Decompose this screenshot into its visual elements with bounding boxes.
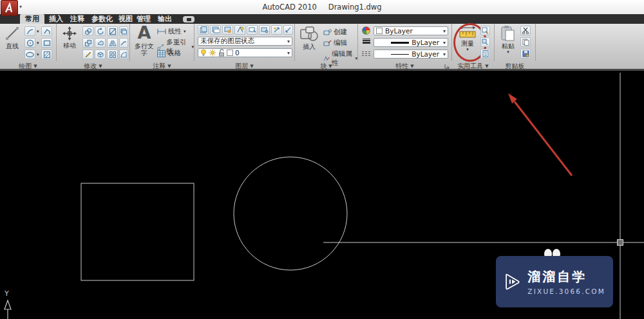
panel-label-annotation[interactable]: 注释▼ <box>130 61 194 71</box>
layer-color-swatch <box>227 50 233 56</box>
quick-select-button[interactable] <box>480 26 490 35</box>
app-name: AutoCAD 2010 <box>262 3 316 12</box>
trim-tool-button[interactable] <box>107 26 118 36</box>
arc-tool-button[interactable] <box>24 26 35 36</box>
layer-unlock-icon <box>285 26 292 33</box>
quickcalc-button[interactable] <box>480 49 490 59</box>
panel-label-properties[interactable]: 特性▼ <box>358 61 451 71</box>
panel-expand-caret-icon: ▼ <box>328 64 332 69</box>
panel-label-utilities[interactable]: 实用工具▼ <box>452 61 494 71</box>
layer-on-bulb-icon[interactable] <box>200 49 207 57</box>
panel-label-clipboard[interactable]: 剪贴板 <box>495 61 535 71</box>
autocad-a-icon <box>4 3 15 14</box>
measure-flyout-caret-icon: ▾ <box>466 47 469 52</box>
explode-tool-button[interactable] <box>95 50 106 59</box>
lineweight-dropdown[interactable]: ByLayer ▾ <box>374 38 448 47</box>
create-block-button[interactable]: 创建 <box>323 28 347 37</box>
layer-prev-button[interactable] <box>222 25 233 35</box>
table-button[interactable]: 表格 <box>157 49 181 58</box>
drawing-canvas[interactable]: Y 溜溜自学 zixue.3066.com <box>0 71 644 319</box>
mirror-tool-button[interactable] <box>107 38 118 48</box>
lineweight-sample <box>391 42 409 44</box>
layer-thaw-sun-icon[interactable] <box>209 49 216 57</box>
cut-button[interactable] <box>520 26 531 35</box>
panel-expand-caret-icon: ▼ <box>33 64 37 69</box>
panel-expand-caret-icon: ▼ <box>410 64 413 69</box>
layer-dropdown[interactable]: 0 ▾ <box>198 48 292 57</box>
panel-label-draw[interactable]: 绘图▼ <box>0 61 56 71</box>
polyline-icon <box>43 28 51 35</box>
layer-properties-button[interactable] <box>198 25 209 35</box>
table-icon <box>157 50 166 57</box>
rectangle-tool-button[interactable] <box>41 38 52 48</box>
rotate-tool-button[interactable] <box>95 26 106 36</box>
move-button[interactable]: 移动 <box>59 26 80 49</box>
erase-tool-button[interactable] <box>119 26 128 36</box>
layer-isolate-button[interactable] <box>234 25 245 35</box>
explode-icon <box>97 51 104 59</box>
minimize-ribbon-button[interactable] <box>183 16 194 23</box>
dropdown-caret-icon: ▾ <box>443 51 446 57</box>
insert-block-button[interactable]: 插入 <box>298 26 320 50</box>
edit-block-icon <box>323 40 332 46</box>
layer-state-dropdown[interactable]: 未保存的图层状态 ▾ <box>198 37 292 46</box>
scissors-icon <box>522 27 529 34</box>
ellipse-flyout-caret-icon[interactable]: ▾ <box>37 52 39 57</box>
layer-lock-button[interactable] <box>271 25 282 35</box>
panel-label-modify[interactable]: 修改▼ <box>57 61 129 71</box>
copy-icon <box>84 28 92 35</box>
paste-button[interactable]: 粘贴 ▾ <box>498 25 518 55</box>
window-title: AutoCAD 2010 Drawing1.dwg <box>0 0 644 14</box>
copy-clip-button[interactable] <box>520 37 531 47</box>
scale-tool-button[interactable] <box>82 38 93 48</box>
layer-off-button[interactable] <box>259 25 270 35</box>
hatch-tool-button[interactable] <box>41 50 52 59</box>
logo-menu-caret-icon[interactable]: ▾ <box>19 4 22 10</box>
lineweight-icon[interactable] <box>363 39 370 44</box>
tab-output[interactable]: 输出 <box>153 14 177 24</box>
array-tool-button[interactable] <box>107 50 118 59</box>
copy-tool-button[interactable] <box>82 26 93 36</box>
ellipse-tool-button[interactable] <box>24 50 35 59</box>
watermark-banner: 溜溜自学 zixue.3066.com <box>496 256 613 307</box>
linetype-icon[interactable] <box>362 51 371 57</box>
stretch-tool-button[interactable] <box>95 38 106 48</box>
ucs-y-arrowhead-icon <box>5 300 11 309</box>
watermark-site: zixue.3066.com <box>527 287 605 295</box>
stretch-icon <box>97 39 104 47</box>
paste-special-button[interactable] <box>520 49 531 59</box>
circle-flyout-caret-icon[interactable]: ▾ <box>37 41 39 46</box>
dialog-launcher-icon[interactable] <box>444 64 450 69</box>
layer-prev-icon <box>224 26 232 33</box>
tab-home[interactable]: 常用 <box>20 14 44 24</box>
copy-pages-icon <box>522 39 529 46</box>
measure-button[interactable]: 测量 ▾ <box>457 25 478 52</box>
linetype-dropdown[interactable]: ByLayer ▾ <box>374 50 448 59</box>
arc-flyout-caret-icon[interactable]: ▾ <box>37 29 39 34</box>
autocad-logo-button[interactable] <box>1 0 18 16</box>
rectangle-icon <box>43 39 51 47</box>
panel-label-block[interactable]: 块▼ <box>295 61 357 71</box>
layer-unlock-padlock-icon[interactable] <box>218 49 225 57</box>
polyline-tool-button[interactable] <box>41 26 52 36</box>
draworder-tool-button[interactable] <box>82 50 93 59</box>
ucs-icon <box>5 300 11 319</box>
layer-freeze-button[interactable] <box>247 25 258 35</box>
circle-tool-button[interactable] <box>24 38 35 48</box>
edit-block-button[interactable]: 编辑 <box>323 39 347 48</box>
select-all-button[interactable] <box>480 37 490 47</box>
linear-dimension-button[interactable]: 线性▾ <box>157 27 186 36</box>
panel-label-layers[interactable]: 图层▼ <box>194 61 294 71</box>
fillet-tool-button[interactable] <box>119 38 128 48</box>
ellipse-icon <box>26 51 34 59</box>
layer-match-button[interactable] <box>210 25 221 35</box>
mtext-button[interactable]: A 多行文字 <box>133 24 155 57</box>
panel-draw: 直线 ▾ ▾ ▾ <box>0 24 57 61</box>
object-color-dropdown[interactable]: ByLayer ▾ <box>374 26 448 35</box>
chamfer-tool-button[interactable] <box>119 50 128 59</box>
calculator-icon <box>482 50 489 57</box>
line-button[interactable]: 直线 <box>2 25 23 50</box>
quick-select-icon <box>482 27 489 34</box>
layer-unlock-button[interactable] <box>283 25 293 35</box>
object-color-wheel-icon[interactable] <box>362 26 370 35</box>
